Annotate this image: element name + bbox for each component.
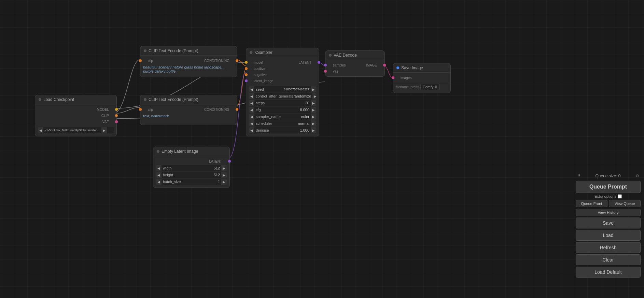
denoise-next-btn[interactable]: ▶ (311, 127, 316, 133)
model-input-connector[interactable] (245, 61, 248, 64)
model-output-row: MODEL (35, 106, 116, 113)
conditioning1-output-label: CONDITIONING (204, 59, 229, 63)
clip-connector[interactable] (115, 114, 118, 117)
settings-gear-icon[interactable]: ⚙ (635, 174, 639, 178)
scheduler-prev-btn[interactable]: ◀ (249, 120, 254, 126)
steps-value: 20 (305, 101, 311, 105)
load-button[interactable]: Load (576, 230, 641, 241)
refresh-button[interactable]: Refresh (576, 242, 641, 253)
clip-text-encode-2-title: CLIP Text Encode (Prompt) (140, 95, 237, 104)
steps-stepper[interactable]: ◀ steps 20 ▶ (249, 100, 316, 106)
batch-size-stepper[interactable]: ◀ batch_size 1 ▶ (156, 179, 227, 185)
latent-ksampler-connector[interactable] (318, 61, 320, 64)
clip2-input-connector[interactable] (139, 108, 142, 111)
sampler-value: euler (301, 115, 311, 119)
checkpoint-next-btn[interactable]: ▶ (101, 127, 107, 133)
latent-output-label: LATENT (209, 160, 222, 163)
seed-next-btn[interactable]: ▶ (311, 86, 316, 92)
control-after-stepper[interactable]: ◀ control_after_generate randomize ▶ (249, 93, 316, 99)
steps-prev-btn[interactable]: ◀ (249, 100, 254, 106)
vae-connector[interactable] (115, 120, 118, 123)
scheduler-label: scheduler (254, 121, 298, 125)
clip-text-2-content[interactable]: text, watermark (140, 113, 237, 123)
clip-text-encode-2-node: CLIP Text Encode (Prompt) clip CONDITION… (140, 95, 237, 125)
vae-decode-label: VAE Decode (334, 53, 357, 58)
model-output-label: MODEL (97, 108, 109, 111)
images-input-row: images (393, 75, 450, 81)
queue-front-button[interactable]: Queue Front (576, 200, 607, 207)
height-label: height (162, 173, 214, 177)
height-next-btn[interactable]: ▶ (221, 172, 227, 178)
ksampler-label: KSampler (254, 50, 272, 55)
clear-button[interactable]: Clear (576, 254, 641, 265)
vae-input-row: vae (325, 68, 384, 74)
vae-input-connector[interactable] (324, 70, 327, 73)
clip1-input-connector[interactable] (139, 59, 142, 62)
conditioning1-connector[interactable] (236, 59, 238, 62)
view-queue-button[interactable]: View Queue (609, 200, 641, 207)
width-prev-btn[interactable]: ◀ (156, 165, 162, 171)
cfg-next-btn[interactable]: ▶ (311, 107, 316, 113)
clip2-input-label: clip (148, 108, 153, 111)
width-stepper[interactable]: ◀ width 512 ▶ (156, 165, 227, 171)
clip-output-row: CLIP (35, 113, 116, 119)
filename-prefix-row: filename_prefix ComfyUI (393, 83, 450, 91)
sampler-prev-btn[interactable]: ◀ (249, 114, 254, 120)
denoise-stepper[interactable]: ◀ denoise 1.000 ▶ (249, 127, 316, 133)
seed-prev-btn[interactable]: ◀ (249, 86, 254, 92)
steps-label: steps (254, 101, 305, 105)
height-stepper[interactable]: ◀ height 512 ▶ (156, 172, 227, 178)
save-image-title: Save Image (393, 63, 450, 73)
denoise-prev-btn[interactable]: ◀ (249, 127, 254, 133)
latent-image-input-connector[interactable] (245, 79, 248, 82)
width-next-btn[interactable]: ▶ (221, 165, 227, 171)
batch-label: batch_size (162, 180, 218, 184)
negative-input-connector[interactable] (245, 73, 248, 76)
denoise-label: denoise (254, 128, 300, 132)
control-prev-btn[interactable]: ◀ (249, 93, 254, 99)
clip-text-1-content[interactable]: beautiful scenery nature glass bottle la… (140, 64, 237, 75)
extra-options-row: Extra options (576, 194, 641, 198)
cfg-stepper[interactable]: ◀ cfg 8.000 ▶ (249, 107, 316, 113)
samples-input-connector[interactable] (324, 64, 327, 66)
ksampler-node: KSampler model LATENT positive negative … (246, 48, 319, 136)
queue-prompt-button[interactable]: Queue Prompt (576, 181, 641, 193)
checkpoint-selector[interactable]: ◀ v1-5drillmix_NilPrunedFp32Fix.safetens… (38, 127, 114, 133)
positive-input-connector[interactable] (245, 67, 248, 70)
latent-ksampler-output-label: LATENT (298, 61, 311, 64)
batch-prev-btn[interactable]: ◀ (156, 179, 162, 185)
filename-prefix-value[interactable]: ComfyUI (420, 84, 440, 90)
save-button[interactable]: Save (576, 218, 641, 228)
control-value: randomize (294, 94, 312, 98)
sampler-stepper[interactable]: ◀ sampler_name euler ▶ (249, 114, 316, 120)
clip-output-label: CLIP (101, 114, 109, 118)
clip1-input-label: clip (148, 59, 153, 63)
batch-next-btn[interactable]: ▶ (221, 179, 227, 185)
load-default-button[interactable]: Load Default (576, 267, 641, 278)
sampler-next-btn[interactable]: ▶ (311, 114, 316, 120)
scheduler-stepper[interactable]: ◀ scheduler normal ▶ (249, 120, 316, 126)
images-input-connector[interactable] (392, 76, 394, 79)
vae-input-label: vae (333, 70, 338, 73)
queue-header: ⠿ Queue size: 0 ⚙ (576, 173, 641, 179)
checkpoint-prev-btn[interactable]: ◀ (38, 127, 43, 133)
image-connector[interactable] (383, 64, 386, 66)
clip-text-encode-1-node: CLIP Text Encode (Prompt) clip CONDITION… (140, 46, 237, 77)
steps-next-btn[interactable]: ▶ (311, 100, 316, 106)
model-connector[interactable] (115, 108, 118, 111)
conditioning2-connector[interactable] (236, 108, 238, 111)
sampler-label: sampler_name (254, 115, 301, 119)
view-history-button[interactable]: View History (576, 209, 641, 216)
control-next-btn[interactable]: ▶ (312, 93, 316, 99)
height-prev-btn[interactable]: ◀ (156, 172, 162, 178)
cfg-prev-btn[interactable]: ◀ (249, 107, 254, 113)
extra-options-checkbox[interactable] (618, 194, 622, 198)
seed-stepper[interactable]: ◀ seed 818387537463227 ▶ (249, 86, 316, 92)
samples-input-label: samples (333, 63, 346, 67)
latent-connector[interactable] (228, 160, 231, 163)
scheduler-next-btn[interactable]: ▶ (311, 120, 316, 126)
model-input-row: model LATENT (246, 59, 319, 65)
samples-input-row: samples IMAGE (325, 62, 384, 68)
latent-output-row: LATENT (153, 158, 229, 164)
negative-input-row: negative (246, 72, 319, 78)
